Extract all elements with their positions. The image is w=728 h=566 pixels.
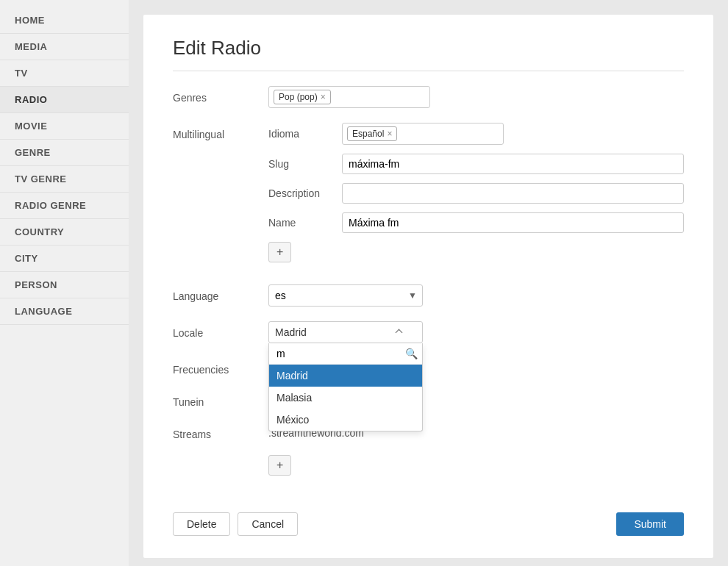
footer-left-buttons: Delete Cancel: [173, 512, 298, 536]
idioma-tag-label: Español: [352, 129, 384, 139]
genres-input-box[interactable]: Pop (pop) ×: [268, 86, 430, 108]
streams-label: Streams: [173, 423, 268, 440]
locale-content: Madrid 🔍 Madrid Malasia México: [268, 321, 684, 343]
sidebar-item-radio-genre[interactable]: RADIO GENRE: [0, 193, 129, 219]
multilingual-label: Multilingual: [173, 123, 268, 140]
sidebar-item-movie[interactable]: MOVIE: [0, 113, 129, 140]
locale-wrapper: Madrid 🔍 Madrid Malasia México: [268, 321, 423, 343]
locale-dropdown: 🔍 Madrid Malasia México: [268, 343, 423, 431]
locale-search-box: 🔍: [269, 343, 422, 365]
sidebar-item-tv[interactable]: TV: [0, 60, 129, 87]
sidebar-item-language[interactable]: LANGUAGE: [0, 298, 129, 325]
frecuencies-section: Frecuencies: [173, 358, 684, 376]
sidebar-item-country[interactable]: COUNTRY: [0, 219, 129, 246]
sidebar-item-tv-genre[interactable]: TV GENRE: [0, 166, 129, 193]
idioma-input-wrapper: Español ×: [342, 123, 684, 145]
sidebar-item-city[interactable]: CITY: [0, 246, 129, 272]
sidebar-item-person[interactable]: PERSON: [0, 272, 129, 298]
language-select[interactable]: es en: [268, 284, 423, 307]
idioma-tag: Español ×: [347, 126, 397, 141]
streams-add-button[interactable]: +: [268, 455, 291, 476]
locale-option-madrid[interactable]: Madrid: [269, 365, 422, 387]
multilingual-add-button[interactable]: +: [268, 242, 291, 262]
locale-select-button[interactable]: Madrid: [268, 321, 423, 343]
streams-section: Streams .streamtheworld.com: [173, 423, 684, 440]
form-footer: Delete Cancel Submit: [173, 498, 684, 536]
description-row: Description: [268, 183, 684, 204]
sidebar: HOME MEDIA TV RADIO MOVIE GENRE TV GENRE…: [0, 0, 129, 566]
slug-input[interactable]: [342, 154, 684, 174]
name-input[interactable]: [342, 212, 684, 233]
multilingual-plus-wrapper: +: [268, 242, 684, 262]
delete-button[interactable]: Delete: [173, 512, 230, 536]
slug-input-wrapper: [342, 154, 684, 174]
language-select-wrapper: es en ▼: [268, 284, 423, 307]
frecuencies-label: Frecuencies: [173, 358, 268, 376]
description-label: Description: [268, 187, 342, 199]
tunein-label: Tunein: [173, 390, 268, 408]
locale-search-icon: 🔍: [405, 348, 418, 359]
idioma-tag-remove[interactable]: ×: [387, 129, 392, 139]
idioma-label: Idioma: [268, 128, 342, 140]
sidebar-item-media[interactable]: MEDIA: [0, 34, 129, 60]
genres-content: Pop (pop) ×: [268, 86, 684, 108]
name-input-wrapper: [342, 212, 684, 233]
sidebar-item-genre[interactable]: GENRE: [0, 140, 129, 166]
multilingual-section: Multilingual Idioma Español × Slug: [173, 123, 684, 270]
sidebar-item-radio[interactable]: RADIO: [0, 87, 129, 113]
genres-section: Genres Pop (pop) ×: [173, 86, 684, 108]
language-label: Language: [173, 284, 268, 302]
cancel-button[interactable]: Cancel: [238, 512, 298, 536]
genres-label: Genres: [173, 86, 268, 104]
locale-selected-value: Madrid: [275, 326, 307, 338]
genre-tag-remove[interactable]: ×: [321, 92, 326, 102]
locale-search-input[interactable]: [274, 346, 405, 361]
name-label: Name: [268, 217, 342, 229]
streams-plus-wrapper: +: [268, 455, 684, 476]
locale-chevron-up-icon: [396, 329, 403, 336]
tunein-section: Tunein: [173, 390, 684, 408]
page-title: Edit Radio: [173, 37, 684, 71]
name-row: Name: [268, 212, 684, 233]
submit-button[interactable]: Submit: [616, 512, 684, 536]
language-content: es en ▼: [268, 284, 684, 307]
genre-tag-label: Pop (pop): [279, 92, 318, 102]
slug-row: Slug: [268, 154, 684, 174]
locale-option-malasia[interactable]: Malasia: [269, 387, 422, 409]
language-section: Language es en ▼: [173, 284, 684, 307]
genre-tag: Pop (pop) ×: [274, 90, 331, 104]
description-input[interactable]: [342, 183, 684, 204]
idioma-row: Idioma Español ×: [268, 123, 684, 145]
sidebar-item-home[interactable]: HOME: [0, 7, 129, 34]
description-input-wrapper: [342, 183, 684, 204]
multilingual-content: Idioma Español × Slug: [268, 123, 684, 270]
idioma-input-box[interactable]: Español ×: [342, 123, 504, 145]
main-content: Edit Radio Genres Pop (pop) × Multilingu…: [143, 15, 713, 558]
locale-section: Locale Madrid 🔍 Madrid Malasia México: [173, 321, 684, 343]
slug-label: Slug: [268, 158, 342, 170]
locale-label: Locale: [173, 321, 268, 339]
locale-option-mexico[interactable]: México: [269, 409, 422, 431]
